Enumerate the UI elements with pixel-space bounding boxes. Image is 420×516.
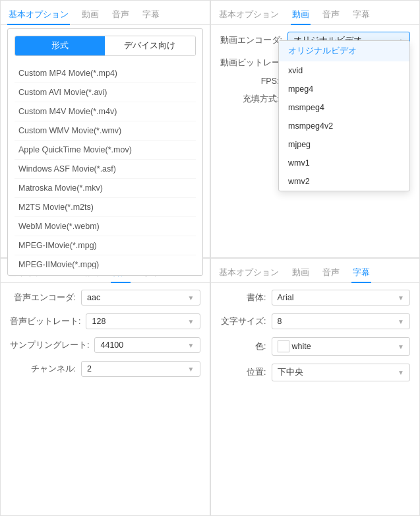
- position-row: 位置: 下中央 ▼: [220, 364, 411, 381]
- format-list: Custom MP4 Movie(*.mp4) Custom AVI Movie…: [15, 64, 196, 269]
- tab-basic-options-p1[interactable]: 基本オプション: [7, 6, 70, 24]
- panel3-content: 音声エンコーダ: aac ▼ 音声ビットレート: 128 ▼ サンプリングレート…: [1, 283, 210, 391]
- audio-bitrate-value: 128: [92, 317, 105, 326]
- audio-encoder-value: aac: [87, 293, 100, 302]
- audio-encoder-select[interactable]: aac ▼: [81, 290, 200, 306]
- color-swatch-container: white: [278, 340, 311, 352]
- tab-audio-p2[interactable]: 音声: [321, 6, 341, 24]
- format-toggle-device[interactable]: デバイス向け: [105, 36, 195, 55]
- encoder-option-wmv2[interactable]: wmv2: [279, 172, 409, 191]
- panel-audio: 基本オプション 動画 音声 字幕 音声エンコーダ: aac ▼ 音声ビットレート…: [0, 258, 210, 516]
- channel-value: 2: [87, 364, 92, 373]
- tab-basic-options-p4[interactable]: 基本オプション: [218, 264, 280, 282]
- tab-audio-p1[interactable]: 音声: [111, 6, 131, 24]
- list-item[interactable]: Matroska Movie(*.mkv): [15, 179, 196, 198]
- panel1-content: 動画形式: Custom AVI Movie(*.avi) ▼ 形式 デバイス向…: [1, 25, 210, 62]
- sample-rate-label: サンプリングレート:: [10, 340, 89, 350]
- format-toggle-format[interactable]: 形式: [15, 36, 105, 55]
- encoder-option-mjpeg[interactable]: mjpeg: [279, 135, 409, 154]
- channel-select[interactable]: 2 ▼: [81, 361, 200, 377]
- list-item[interactable]: Custom M4V Movie(*.m4v): [15, 102, 196, 121]
- font-size-value: 8: [278, 317, 282, 326]
- font-label: 書体:: [220, 292, 266, 304]
- tab-video-p4[interactable]: 動画: [291, 264, 311, 282]
- sample-rate-row: サンプリングレート: 44100 ▼: [10, 337, 200, 353]
- audio-bitrate-row: 音声ビットレート: 128 ▼: [10, 313, 200, 329]
- chevron-down-icon: ▼: [398, 343, 404, 350]
- color-select[interactable]: white ▼: [272, 337, 411, 356]
- format-dropdown: 形式 デバイス向け Custom MP4 Movie(*.mp4) Custom…: [7, 28, 203, 276]
- list-item[interactable]: WebM Movie(*.webm): [15, 217, 196, 236]
- chevron-down-icon: ▼: [398, 318, 404, 325]
- panel-basic-options: 基本オプション 動画 音声 字幕 動画形式: Custom AVI Movie(…: [0, 0, 210, 258]
- audio-encoder-label: 音声エンコーダ:: [10, 292, 76, 304]
- chevron-down-icon: ▼: [398, 294, 404, 302]
- tab-subtitle-p2[interactable]: 字幕: [351, 6, 371, 24]
- tab-video-p1[interactable]: 動画: [80, 6, 100, 24]
- chevron-down-icon: ▼: [188, 294, 195, 302]
- encoder-option-msmpeg4[interactable]: msmpeg4: [279, 98, 409, 117]
- panel-video: 基本オプション 動画 音声 字幕 動画エンコーダ: オリジナルビデオ ▲ 動画ビ…: [210, 0, 421, 258]
- sample-rate-value: 44100: [100, 340, 123, 350]
- encoder-option-wmv1[interactable]: wmv1: [279, 154, 409, 172]
- chevron-down-icon: ▼: [188, 366, 195, 373]
- channel-row: チャンネル: 2 ▼: [10, 361, 200, 377]
- audio-bitrate-label: 音声ビットレート:: [10, 316, 80, 327]
- tab-basic-options-p2[interactable]: 基本オプション: [218, 6, 280, 24]
- chevron-down-icon: ▼: [188, 318, 195, 325]
- color-value: white: [292, 342, 311, 351]
- font-size-row: 文字サイズ: 8 ▼: [220, 313, 411, 329]
- list-item[interactable]: MPEG-IMovie(*.mpg): [15, 236, 196, 255]
- chevron-down-icon: ▼: [398, 369, 404, 376]
- color-swatch: [278, 340, 289, 352]
- font-value: Arial: [278, 293, 294, 302]
- position-select[interactable]: 下中央 ▼: [272, 364, 411, 381]
- tab-video-p2[interactable]: 動画: [291, 6, 311, 24]
- format-toggle: 形式 デバイス向け: [15, 36, 196, 56]
- list-item[interactable]: Windows ASF Movie(*.asf): [15, 160, 196, 179]
- font-size-label: 文字サイズ:: [220, 316, 266, 327]
- list-item[interactable]: Custom AVI Movie(*.avi): [15, 83, 196, 102]
- audio-bitrate-select[interactable]: 128 ▼: [86, 313, 200, 329]
- fill-label: 充填方式:: [220, 94, 280, 105]
- audio-encoder-row: 音声エンコーダ: aac ▼: [10, 290, 200, 306]
- position-label: 位置:: [220, 367, 266, 378]
- tab-audio-p4[interactable]: 音声: [321, 264, 341, 282]
- encoder-dropdown: オリジナルビデオ xvid mpeg4 msmpeg4 msmpeg4v2 mj…: [278, 40, 410, 191]
- list-item[interactable]: Custom MP4 Movie(*.mp4): [15, 64, 196, 83]
- panel4-content: 書体: Arial ▼ 文字サイズ: 8 ▼ 色: white ▼: [211, 283, 420, 396]
- list-item[interactable]: Apple QuickTime Movie(*.mov): [15, 141, 196, 160]
- list-item[interactable]: Custom WMV Movie(*.wmv): [15, 121, 196, 141]
- encoder-option-original[interactable]: オリジナルビデオ: [279, 41, 409, 61]
- panel-subtitle: 基本オプション 動画 音声 字幕 書体: Arial ▼ 文字サイズ: 8 ▼ …: [210, 258, 421, 516]
- list-item[interactable]: MPEG-IIMovie(*.mpg): [15, 255, 196, 269]
- encoder-option-mpeg4[interactable]: mpeg4: [279, 80, 409, 98]
- tab-subtitle-p4[interactable]: 字幕: [351, 264, 371, 282]
- font-row: 書体: Arial ▼: [220, 290, 411, 306]
- encoder-option-msmpeg4v2[interactable]: msmpeg4v2: [279, 117, 409, 135]
- position-value: 下中央: [278, 367, 303, 378]
- list-item[interactable]: M2TS Movie(*.m2ts): [15, 198, 196, 217]
- encoder-option-xvid[interactable]: xvid: [279, 61, 409, 80]
- tab-bar-p1: 基本オプション 動画 音声 字幕: [1, 1, 210, 25]
- sample-rate-select[interactable]: 44100 ▼: [94, 337, 200, 353]
- tab-bar-p2: 基本オプション 動画 音声 字幕: [211, 1, 420, 25]
- format-list-scroll[interactable]: Custom MP4 Movie(*.mp4) Custom AVI Movie…: [15, 64, 196, 269]
- color-row: 色: white ▼: [220, 337, 411, 356]
- font-select[interactable]: Arial ▼: [272, 290, 411, 306]
- color-label: 色:: [220, 341, 266, 352]
- font-size-select[interactable]: 8 ▼: [272, 313, 411, 329]
- channel-label: チャンネル:: [10, 364, 76, 375]
- tab-subtitle-p1[interactable]: 字幕: [141, 6, 161, 24]
- encoder-label: 動画エンコーダ:: [220, 35, 282, 46]
- fps-label: FPS:: [220, 77, 280, 86]
- tab-bar-p4: 基本オプション 動画 音声 字幕: [211, 259, 420, 283]
- chevron-down-icon: ▼: [188, 342, 195, 349]
